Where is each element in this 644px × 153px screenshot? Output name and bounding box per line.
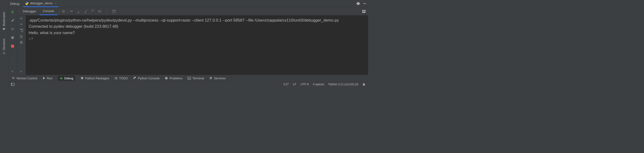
bug-icon <box>60 77 63 80</box>
debug-tool[interactable]: Debug <box>58 76 75 81</box>
svg-rect-21 <box>20 37 22 38</box>
svg-rect-30 <box>189 79 190 79</box>
python-console-tool[interactable]: Python Console <box>133 77 160 80</box>
step-into-my-code-icon[interactable] <box>84 10 87 13</box>
todo-label: TODO <box>119 77 128 80</box>
version-control-tool[interactable]: Version Control <box>12 77 38 80</box>
console-line: Connected to pydev debugger (build 223.8… <box>29 24 365 30</box>
tool-windows-icon[interactable] <box>11 83 14 86</box>
problems-label: Problems <box>170 77 182 80</box>
pause-button[interactable] <box>10 35 16 41</box>
packages-icon <box>80 77 84 80</box>
console-prompt[interactable]: >? <box>29 36 365 42</box>
run-config-tab[interactable]: debugger_demo × <box>23 0 58 7</box>
console-side-toolbar: » <box>17 15 26 75</box>
svg-rect-19 <box>364 10 366 11</box>
run-tool[interactable]: Run <box>42 77 52 80</box>
svg-rect-16 <box>112 10 116 13</box>
step-into-icon[interactable] <box>76 10 80 13</box>
resume-button[interactable] <box>10 26 16 32</box>
gear-icon[interactable] <box>356 2 360 6</box>
debug-title: Debug: <box>10 2 20 6</box>
todo-icon <box>114 77 118 80</box>
svg-rect-3 <box>363 3 366 4</box>
debug-label: Debug <box>64 77 73 80</box>
terminal-tool[interactable]: Terminal <box>188 77 204 80</box>
svg-rect-23 <box>20 41 22 42</box>
panel-tab-bar: Debugger Console <box>17 7 368 15</box>
services-tool[interactable]: Services <box>209 77 226 80</box>
terminal-label: Terminal <box>192 77 204 80</box>
python-packages-tool[interactable]: Python Packages <box>80 77 109 80</box>
bottom-tool-bar: Version Control Run Debug Python Package… <box>8 75 368 81</box>
bookmarks-tool[interactable]: Bookmarks <box>2 12 6 30</box>
problems-tool[interactable]: Problems <box>165 77 182 80</box>
svg-rect-2 <box>4 52 4 53</box>
svg-rect-11 <box>77 13 80 13</box>
problems-icon <box>165 77 168 80</box>
svg-point-25 <box>60 77 62 79</box>
structure-tool[interactable]: Structure <box>2 39 6 55</box>
console-line: .app/Contents/plugins/python-ce/helpers/… <box>29 17 365 24</box>
left-tool-rail: Bookmarks Structure <box>0 0 8 87</box>
print-icon[interactable] <box>20 41 23 44</box>
step-over-icon[interactable] <box>69 10 73 13</box>
console-output[interactable]: .app/Contents/plugins/python-ce/helpers/… <box>26 15 368 75</box>
svg-rect-17 <box>113 11 115 11</box>
indent-setting[interactable]: 4 spaces <box>313 83 324 86</box>
lock-icon[interactable] <box>362 83 365 86</box>
svg-rect-9 <box>62 11 65 12</box>
bookmarks-label: Bookmarks <box>2 12 6 26</box>
separator <box>67 9 68 14</box>
svg-rect-14 <box>91 10 94 10</box>
more-controls[interactable]: » <box>12 70 14 75</box>
services-label: Services <box>214 77 226 80</box>
layout-settings-icon[interactable] <box>362 10 366 13</box>
file-encoding[interactable]: UTF-8 <box>301 83 309 86</box>
more-console-actions[interactable]: » <box>20 70 22 75</box>
tab-debugger[interactable]: Debugger <box>20 7 40 15</box>
services-icon <box>209 77 212 80</box>
rerun-button[interactable] <box>10 9 16 15</box>
svg-rect-5 <box>12 37 12 39</box>
tab-console[interactable]: Console <box>40 7 58 15</box>
scroll-up-icon[interactable] <box>20 17 23 20</box>
step-out-icon[interactable] <box>90 10 94 13</box>
svg-rect-10 <box>62 12 65 13</box>
cursor-position[interactable]: 3:27 <box>283 83 289 86</box>
modify-run-button[interactable] <box>10 18 16 24</box>
todo-tool[interactable]: TODO <box>114 77 128 80</box>
line-separator[interactable]: LF <box>293 83 296 86</box>
svg-rect-7 <box>11 45 14 48</box>
bookmark-icon <box>2 28 6 30</box>
svg-point-13 <box>86 10 87 11</box>
play-icon <box>42 77 46 80</box>
console-line: Hello, what is your name? <box>29 30 365 36</box>
stop-button[interactable] <box>10 43 16 49</box>
main-area: Debug: debugger_demo × » Debugger Consol… <box>8 0 368 87</box>
console-wrap: » .app/Contents/plugins/python-ce/helper… <box>17 15 368 75</box>
svg-rect-27 <box>166 77 166 78</box>
evaluate-icon[interactable] <box>112 10 116 13</box>
svg-rect-6 <box>13 37 14 39</box>
run-to-cursor-icon[interactable] <box>98 10 102 13</box>
svg-rect-1 <box>4 53 5 54</box>
debug-tool-header: Debug: debugger_demo × <box>8 0 368 7</box>
run-label: Run <box>47 77 52 80</box>
terminal-icon <box>188 77 191 80</box>
pyconsole-label: Python Console <box>138 77 160 80</box>
debug-content: » Debugger Console <box>8 7 368 75</box>
minimize-icon[interactable] <box>363 2 366 6</box>
scroll-down-icon[interactable] <box>20 23 23 26</box>
python-icon <box>25 2 29 5</box>
scroll-to-end-icon[interactable] <box>20 34 23 38</box>
svg-rect-18 <box>362 10 364 11</box>
soft-wrap-icon[interactable] <box>20 28 23 32</box>
svg-rect-15 <box>100 10 101 13</box>
interpreter[interactable]: Python 3.11 (cs110) (3) <box>328 83 358 86</box>
svg-rect-8 <box>62 10 65 11</box>
packages-label: Python Packages <box>85 77 109 80</box>
close-tab-icon[interactable]: × <box>55 2 57 5</box>
debug-panel: Debugger Console <box>17 7 368 75</box>
threads-icon[interactable] <box>62 10 65 13</box>
